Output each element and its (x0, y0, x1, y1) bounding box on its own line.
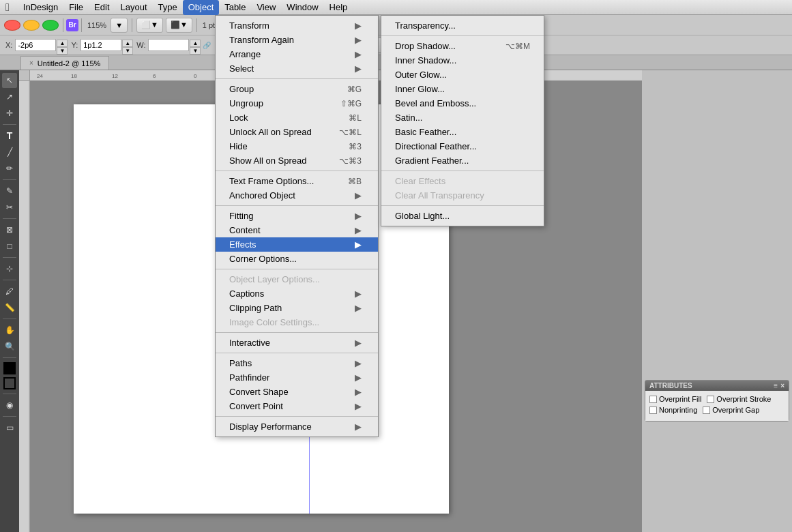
menu-select[interactable]: Select ▶ (216, 61, 378, 76)
effects-transparency[interactable]: Transparency... (381, 18, 544, 33)
nonprinting-option[interactable]: Nonprinting (649, 406, 697, 414)
menu-lock[interactable]: Lock ⌘L (216, 110, 378, 125)
menu-unlock-all-label: Unlock All on Spread (229, 127, 312, 137)
menu-transform-again[interactable]: Transform Again ▶ (216, 33, 378, 47)
rectangle-tool[interactable]: □ (2, 239, 17, 254)
menubar-edit[interactable]: Edit (89, 0, 115, 15)
menu-convert-point[interactable]: Convert Point ▶ (216, 399, 378, 413)
close-btn[interactable] (4, 20, 20, 31)
menu-unlock-all[interactable]: Unlock All on Spread ⌥⌘L (216, 125, 378, 139)
effects-basic-feather[interactable]: Basic Feather... (381, 125, 544, 139)
rectangle-frame-tool[interactable]: ⊠ (2, 222, 17, 237)
menu-interactive-label: Interactive (229, 338, 270, 348)
pen-tool[interactable]: ✏ (2, 161, 17, 176)
menubar-layout[interactable]: Layout (115, 0, 153, 15)
panel-options-btn[interactable]: ≡ (774, 382, 778, 389)
w-input[interactable] (148, 39, 189, 51)
nonprinting-checkbox[interactable] (649, 407, 657, 414)
menu-hide[interactable]: Hide ⌘3 (216, 139, 378, 153)
effects-outer-glow[interactable]: Outer Glow... (381, 68, 544, 82)
document-tab[interactable]: × Untitled-2 @ 115% (20, 56, 109, 70)
effects-satin-label: Satin... (395, 113, 422, 123)
effects-drop-shadow[interactable]: Drop Shadow... ⌥⌘M (381, 39, 544, 53)
menu-content[interactable]: Content ▶ (216, 223, 378, 237)
eyedropper-tool[interactable]: 🖊 (2, 284, 17, 299)
menubar-view[interactable]: View (251, 0, 281, 15)
effects-satin[interactable]: Satin... (381, 110, 544, 125)
effects-inner-shadow[interactable]: Inner Shadow... (381, 53, 544, 68)
menu-transform[interactable]: Transform ▶ (216, 18, 378, 33)
menu-captions[interactable]: Captions ▶ (216, 286, 378, 301)
zoom-dropdown[interactable]: ▼ (111, 18, 128, 33)
menubar-object[interactable]: Object (183, 0, 220, 15)
menu-show-all[interactable]: Show All on Spread ⌥⌘3 (216, 153, 378, 168)
menubar-file[interactable]: File (63, 0, 89, 15)
overprint-stroke-option[interactable]: Overprint Stroke (707, 395, 771, 403)
overprint-gap-checkbox[interactable] (703, 407, 710, 414)
maximize-btn[interactable] (42, 20, 59, 31)
tool-sep1 (3, 124, 16, 125)
overprint-stroke-checkbox[interactable] (707, 396, 714, 403)
menu-pathfinder-label: Pathfinder (229, 372, 269, 383)
y-stepper[interactable]: ▲ ▼ (122, 40, 133, 50)
fill-color[interactable] (3, 362, 16, 374)
effects-gradient-feather[interactable]: Gradient Feather... (381, 153, 544, 168)
chain-link-icon[interactable]: 🔗 (203, 42, 211, 49)
page-tool[interactable]: ✛ (2, 106, 17, 121)
menu-effects[interactable]: Effects ▶ (216, 237, 378, 252)
menu-fitting[interactable]: Fitting ▶ (216, 209, 378, 223)
layout-btn2[interactable]: ⬛▼ (166, 18, 192, 33)
overprint-fill-checkbox[interactable] (649, 396, 657, 403)
tab-close-icon[interactable]: × (29, 59, 33, 67)
effects-directional-feather[interactable]: Directional Feather... (381, 139, 544, 153)
stroke-color[interactable] (3, 377, 16, 389)
effects-global-light[interactable]: Global Light... (381, 209, 544, 223)
menu-corner-options[interactable]: Corner Options... (216, 252, 378, 266)
layout-btn1[interactable]: ⬜▼ (136, 18, 163, 33)
menu-sep6 (216, 353, 378, 353)
menu-text-frame-options[interactable]: Text Frame Options... ⌘B (216, 174, 378, 188)
w-stepper[interactable]: ▲ ▼ (190, 40, 201, 50)
menubar-help[interactable]: Help (324, 0, 353, 15)
menubar-indesign[interactable]: InDesign (18, 0, 63, 15)
overprint-gap-option[interactable]: Overprint Gap (703, 406, 759, 414)
effects-inner-glow[interactable]: Inner Glow... (381, 82, 544, 96)
menu-convert-shape[interactable]: Convert Shape ▶ (216, 385, 378, 399)
ruler-corner (19, 70, 30, 81)
free-transform-tool[interactable]: ⊹ (2, 261, 17, 276)
zoom-tool[interactable]: 🔍 (2, 339, 17, 354)
apple-menu[interactable]:  (5, 1, 10, 14)
apply-mode[interactable]: ◉ (2, 398, 17, 413)
menu-pathfinder[interactable]: Pathfinder ▶ (216, 370, 378, 385)
y-input[interactable] (80, 39, 121, 51)
menubar-type[interactable]: Type (153, 0, 183, 15)
selection-tool[interactable]: ↖ (2, 73, 17, 88)
scissors-tool[interactable]: ✂ (2, 200, 17, 215)
hand-tool[interactable]: ✋ (2, 323, 17, 338)
pencil-tool[interactable]: ✎ (2, 183, 17, 198)
direct-selection-tool[interactable]: ↗ (2, 89, 17, 104)
menu-anchored-object[interactable]: Anchored Object ▶ (216, 188, 378, 203)
menu-group[interactable]: Group ⌘G (216, 82, 378, 96)
menu-group-shortcut: ⌘G (347, 85, 362, 94)
overprint-fill-option[interactable]: Overprint Fill (649, 395, 701, 403)
menu-paths[interactable]: Paths ▶ (216, 356, 378, 370)
menu-display-performance[interactable]: Display Performance ▶ (216, 419, 378, 434)
measure-tool[interactable]: 📏 (2, 300, 17, 315)
x-input[interactable] (15, 39, 56, 51)
type-tool[interactable]: T (2, 128, 17, 143)
line-tool[interactable]: ╱ (2, 145, 17, 160)
menubar-table[interactable]: Table (219, 0, 251, 15)
menu-show-all-shortcut: ⌥⌘3 (339, 156, 362, 166)
menu-arrange[interactable]: Arrange ▶ (216, 47, 378, 61)
menu-interactive[interactable]: Interactive ▶ (216, 336, 378, 350)
menubar-window[interactable]: Window (281, 0, 323, 15)
minimize-btn[interactable] (23, 20, 40, 31)
screen-mode[interactable]: ▭ (2, 420, 17, 435)
x-stepper[interactable]: ▲ ▼ (57, 40, 68, 50)
bridge-icon[interactable]: Br (66, 19, 78, 31)
panel-close-btn[interactable]: × (780, 382, 784, 389)
menu-ungroup[interactable]: Ungroup ⇧⌘G (216, 96, 378, 110)
effects-bevel-emboss[interactable]: Bevel and Emboss... (381, 96, 544, 110)
menu-clipping-path[interactable]: Clipping Path ▶ (216, 301, 378, 315)
